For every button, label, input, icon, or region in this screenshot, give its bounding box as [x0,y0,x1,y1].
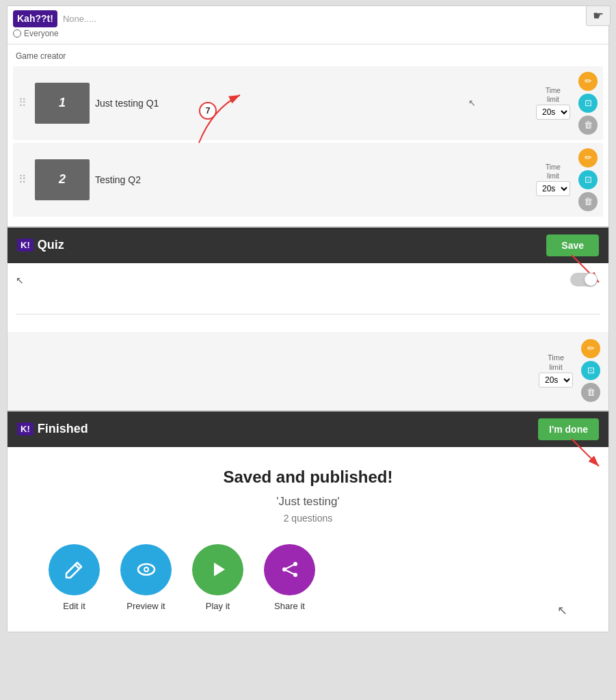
copy-icon-1[interactable]: ⊡ [578,94,598,113]
preview-it-label: Preview it [126,601,165,611]
play-it-label: Play it [206,601,230,611]
q-number-1: 1 [35,83,90,124]
time-label-1: Time [546,87,561,94]
top-right-indicator: ☛ [586,5,611,26]
share-it-label: Share it [274,601,305,611]
share-it-button[interactable]: Share it [264,544,315,611]
quiz-panel: K! Quiz Save 8 [0,227,616,411]
preview-svg-icon [135,558,157,580]
panel-2-body: ↖ [8,263,608,332]
time-select-bottom[interactable]: 20s 30s 60s [539,373,573,388]
question-row-1: ⠿ 1 Just testing Q1 ↖ Time limit 20s 30s… [13,66,603,140]
delete-icon-2[interactable]: 🗑 [578,192,598,211]
preview-it-button[interactable]: Preview it [120,544,172,611]
cursor-1: ↖ [468,98,476,108]
cursor-hand-icon: ☛ [593,8,604,23]
action-icons-2: ✏ ⊡ 🗑 [578,148,598,211]
time-limit-group-1: Time limit 20s 30s 60s [536,87,570,120]
cursor-bottom: ↖ [557,603,567,618]
done-btn-wrapper: I'm done 9 [538,418,599,440]
edit-circle-icon [49,544,100,595]
q-number-2: 2 [35,159,90,200]
delete-icon-1[interactable]: 🗑 [578,116,598,135]
finished-title: Finished [38,422,88,436]
action-icons-1: ✏ ⊡ 🗑 [578,72,598,135]
time-select-2[interactable]: 20s 30s 60s [536,181,570,196]
logo-area: Kah??t! None..... [8,6,608,29]
edit-icon-1[interactable]: ✏ [578,72,598,91]
cursor-2: ↖ [16,275,24,286]
everyone-row: Everyone [8,29,608,41]
time-label-2: Time [546,163,561,171]
panel-3-header: K! Finished I'm done 9 [8,412,608,447]
panel-2-bottom: Time limit 20s 30s 60s ✏ ⊡ 🗑 [8,332,608,410]
svg-point-6 [145,568,148,571]
play-circle-icon [192,544,243,595]
finished-panel: K! Finished I'm done 9 Saved and publi [0,411,616,632]
edit-svg-icon [64,558,85,580]
edit-icon-2[interactable]: ✏ [578,148,598,167]
divider-2 [16,314,600,314]
svg-line-11 [284,564,295,569]
edit-icon-bottom[interactable]: ✏ [581,339,600,358]
time-limit-group-bottom: Time limit 20s 30s 60s [539,353,573,388]
panel-3-body: Saved and published! 'Just testing' 2 qu… [8,447,608,632]
copy-icon-2[interactable]: ⊡ [578,170,598,189]
q-text-2: Testing Q2 [95,174,531,185]
divider [8,44,608,44]
time-select-1[interactable]: 20s 30s 60s [536,105,570,120]
saved-title: Saved and published! [21,468,595,487]
annotation-7: 7 [199,102,217,120]
arrow-9-svg [565,432,616,473]
question-row-2: ⠿ 2 Testing Q2 Time limit 20s 30s 60s ✏ … [13,143,603,217]
questions-count: 2 questions [21,513,595,524]
copy-icon-bottom[interactable]: ⊡ [581,361,600,380]
game-creator-panel: Kah??t! None..... Everyone Game creator … [0,5,616,227]
none-text: None..... [63,14,96,24]
time-label-2b: limit [547,172,559,180]
panel-1: Kah??t! None..... Everyone Game creator … [7,5,609,227]
edit-it-label: Edit it [63,601,85,611]
action-buttons-row: Edit it Preview it [21,544,595,611]
panel-3: K! Finished I'm done 9 Saved and publi [7,411,609,632]
preview-circle-icon [120,544,172,595]
drag-handle-1[interactable]: ⠿ [16,96,29,109]
panel-2-header: K! Quiz Save 8 [8,228,608,263]
kahoot-logo: Kah??t! [13,10,57,27]
time-label-1b: limit [547,96,559,103]
quiz-title: Quiz [38,238,64,252]
share-svg-icon [279,558,301,580]
action-icons-bottom: ✏ ⊡ 🗑 [581,339,600,402]
game-creator-label: Game creator [8,47,608,64]
time-limit-group-2: Time limit 20s 30s 60s [536,163,570,196]
svg-line-3 [75,565,79,569]
svg-line-12 [284,569,295,575]
everyone-label: Everyone [24,29,59,38]
play-svg-icon [207,558,229,580]
quiz-header-left: K! Quiz [17,238,64,252]
delete-icon-bottom[interactable]: 🗑 [581,383,600,402]
edit-it-button[interactable]: Edit it [49,544,100,611]
toggle-area [570,273,598,286]
k-logo-finished: K! [17,422,34,435]
drag-handle-2[interactable]: ⠿ [16,173,29,186]
finished-header-left: K! Finished [17,422,88,436]
globe-icon [13,29,21,38]
panel-2: K! Quiz Save 8 [7,227,609,411]
share-circle-icon [264,544,315,595]
svg-marker-7 [214,563,225,576]
k-logo: K! [17,239,34,252]
quiz-name: 'Just testing' [21,495,595,509]
play-it-button[interactable]: Play it [192,544,243,611]
save-btn-wrapper: Save 8 [546,234,599,256]
